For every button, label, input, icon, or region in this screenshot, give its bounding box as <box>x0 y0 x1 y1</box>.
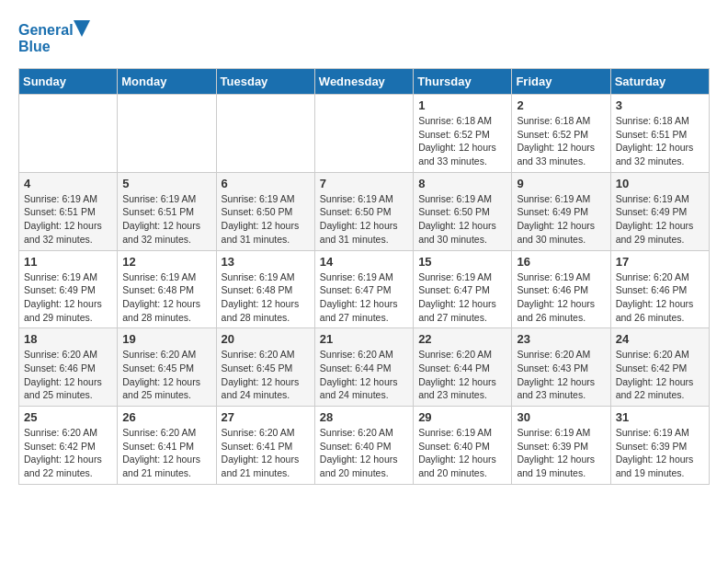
day-number: 18 <box>24 332 112 346</box>
day-info: Sunrise: 6:19 AMSunset: 6:51 PMDaylight:… <box>24 192 112 247</box>
day-header-monday: Monday <box>118 69 216 95</box>
day-header-thursday: Thursday <box>414 69 512 95</box>
day-info: Sunrise: 6:20 AMSunset: 6:46 PMDaylight:… <box>24 348 112 402</box>
calendar-cell: 27Sunrise: 6:20 AMSunset: 6:41 PMDayligh… <box>216 407 314 485</box>
day-info: Sunrise: 6:19 AMSunset: 6:47 PMDaylight:… <box>418 270 506 325</box>
calendar-cell <box>216 95 314 173</box>
day-number: 22 <box>418 332 506 346</box>
calendar-cell: 28Sunrise: 6:20 AMSunset: 6:40 PMDayligh… <box>314 407 413 485</box>
calendar-cell: 10Sunrise: 6:19 AMSunset: 6:49 PMDayligh… <box>610 172 709 250</box>
day-info: Sunrise: 6:20 AMSunset: 6:43 PMDaylight:… <box>517 348 605 402</box>
day-info: Sunrise: 6:20 AMSunset: 6:42 PMDaylight:… <box>24 426 112 480</box>
day-number: 27 <box>222 410 310 424</box>
day-info: Sunrise: 6:20 AMSunset: 6:45 PMDaylight:… <box>222 348 310 402</box>
day-info: Sunrise: 6:19 AMSunset: 6:49 PMDaylight:… <box>24 270 112 325</box>
day-info: Sunrise: 6:20 AMSunset: 6:44 PMDaylight:… <box>320 348 408 402</box>
day-info: Sunrise: 6:20 AMSunset: 6:46 PMDaylight:… <box>616 270 704 325</box>
calendar-cell <box>118 95 216 173</box>
day-info: Sunrise: 6:19 AMSunset: 6:48 PMDaylight:… <box>222 270 310 325</box>
day-number: 30 <box>517 410 605 424</box>
calendar-cell: 30Sunrise: 6:19 AMSunset: 6:39 PMDayligh… <box>512 407 610 485</box>
calendar-cell: 5Sunrise: 6:19 AMSunset: 6:51 PMDaylight… <box>118 172 216 250</box>
calendar-cell: 18Sunrise: 6:20 AMSunset: 6:46 PMDayligh… <box>19 328 118 407</box>
calendar-cell: 25Sunrise: 6:20 AMSunset: 6:42 PMDayligh… <box>19 407 118 485</box>
day-number: 11 <box>24 255 112 269</box>
day-info: Sunrise: 6:19 AMSunset: 6:51 PMDaylight:… <box>122 192 210 247</box>
calendar-cell: 13Sunrise: 6:19 AMSunset: 6:48 PMDayligh… <box>216 250 314 328</box>
day-number: 19 <box>122 332 210 346</box>
calendar-table: SundayMondayTuesdayWednesdayThursdayFrid… <box>18 68 710 485</box>
day-info: Sunrise: 6:18 AMSunset: 6:52 PMDaylight:… <box>517 114 605 168</box>
day-info: Sunrise: 6:19 AMSunset: 6:49 PMDaylight:… <box>616 192 704 247</box>
day-number: 12 <box>122 255 210 269</box>
day-info: Sunrise: 6:19 AMSunset: 6:40 PMDaylight:… <box>418 426 506 480</box>
day-number: 25 <box>24 410 112 424</box>
calendar-cell: 15Sunrise: 6:19 AMSunset: 6:47 PMDayligh… <box>414 250 512 328</box>
day-info: Sunrise: 6:20 AMSunset: 6:45 PMDaylight:… <box>122 348 210 402</box>
svg-text:General: General <box>18 22 74 38</box>
calendar-cell: 26Sunrise: 6:20 AMSunset: 6:41 PMDayligh… <box>118 407 216 485</box>
calendar-week-4: 18Sunrise: 6:20 AMSunset: 6:46 PMDayligh… <box>19 328 710 407</box>
svg-marker-2 <box>74 20 90 37</box>
day-info: Sunrise: 6:19 AMSunset: 6:50 PMDaylight:… <box>418 192 506 247</box>
day-number: 21 <box>320 332 408 346</box>
day-info: Sunrise: 6:20 AMSunset: 6:41 PMDaylight:… <box>122 426 210 480</box>
day-number: 29 <box>418 410 506 424</box>
day-number: 23 <box>517 332 605 346</box>
day-info: Sunrise: 6:18 AMSunset: 6:51 PMDaylight:… <box>616 114 704 168</box>
day-number: 8 <box>418 177 506 190</box>
day-header-tuesday: Tuesday <box>216 69 314 95</box>
calendar-cell: 7Sunrise: 6:19 AMSunset: 6:50 PMDaylight… <box>314 172 413 250</box>
calendar-cell: 23Sunrise: 6:20 AMSunset: 6:43 PMDayligh… <box>512 328 610 407</box>
day-info: Sunrise: 6:19 AMSunset: 6:47 PMDaylight:… <box>320 270 408 325</box>
calendar-cell: 24Sunrise: 6:20 AMSunset: 6:42 PMDayligh… <box>610 328 709 407</box>
day-info: Sunrise: 6:20 AMSunset: 6:40 PMDaylight:… <box>320 426 408 480</box>
calendar-cell: 3Sunrise: 6:18 AMSunset: 6:51 PMDaylight… <box>610 95 709 173</box>
calendar-cell: 12Sunrise: 6:19 AMSunset: 6:48 PMDayligh… <box>118 250 216 328</box>
day-info: Sunrise: 6:19 AMSunset: 6:46 PMDaylight:… <box>517 270 605 325</box>
calendar-cell: 20Sunrise: 6:20 AMSunset: 6:45 PMDayligh… <box>216 328 314 407</box>
day-info: Sunrise: 6:20 AMSunset: 6:44 PMDaylight:… <box>418 348 506 402</box>
day-number: 28 <box>320 410 408 424</box>
day-info: Sunrise: 6:19 AMSunset: 6:48 PMDaylight:… <box>122 270 210 325</box>
day-number: 4 <box>24 177 112 190</box>
calendar-cell <box>19 95 118 173</box>
day-header-saturday: Saturday <box>610 69 709 95</box>
day-header-friday: Friday <box>512 69 610 95</box>
day-number: 2 <box>517 98 605 112</box>
logo-icon: GeneralBlue <box>18 18 92 59</box>
day-number: 7 <box>320 177 408 190</box>
calendar-week-3: 11Sunrise: 6:19 AMSunset: 6:49 PMDayligh… <box>19 250 710 328</box>
calendar-cell: 21Sunrise: 6:20 AMSunset: 6:44 PMDayligh… <box>314 328 413 407</box>
day-info: Sunrise: 6:19 AMSunset: 6:39 PMDaylight:… <box>517 426 605 480</box>
calendar-week-5: 25Sunrise: 6:20 AMSunset: 6:42 PMDayligh… <box>19 407 710 485</box>
day-info: Sunrise: 6:20 AMSunset: 6:41 PMDaylight:… <box>222 426 310 480</box>
day-number: 26 <box>122 410 210 424</box>
day-number: 1 <box>418 98 506 112</box>
day-number: 6 <box>222 177 310 190</box>
day-info: Sunrise: 6:19 AMSunset: 6:50 PMDaylight:… <box>222 192 310 247</box>
calendar-cell: 17Sunrise: 6:20 AMSunset: 6:46 PMDayligh… <box>610 250 709 328</box>
svg-text:Blue: Blue <box>18 39 51 54</box>
calendar-week-2: 4Sunrise: 6:19 AMSunset: 6:51 PMDaylight… <box>19 172 710 250</box>
day-number: 5 <box>122 177 210 190</box>
calendar-cell: 1Sunrise: 6:18 AMSunset: 6:52 PMDaylight… <box>414 95 512 173</box>
day-info: Sunrise: 6:19 AMSunset: 6:50 PMDaylight:… <box>320 192 408 247</box>
day-info: Sunrise: 6:19 AMSunset: 6:49 PMDaylight:… <box>517 192 605 247</box>
day-info: Sunrise: 6:20 AMSunset: 6:42 PMDaylight:… <box>616 348 704 402</box>
calendar-cell: 2Sunrise: 6:18 AMSunset: 6:52 PMDaylight… <box>512 95 610 173</box>
calendar-cell: 11Sunrise: 6:19 AMSunset: 6:49 PMDayligh… <box>19 250 118 328</box>
calendar-header-row: SundayMondayTuesdayWednesdayThursdayFrid… <box>19 69 710 95</box>
calendar-cell: 31Sunrise: 6:19 AMSunset: 6:39 PMDayligh… <box>610 407 709 485</box>
calendar-cell: 19Sunrise: 6:20 AMSunset: 6:45 PMDayligh… <box>118 328 216 407</box>
day-info: Sunrise: 6:18 AMSunset: 6:52 PMDaylight:… <box>418 114 506 168</box>
day-number: 20 <box>222 332 310 346</box>
calendar-cell: 4Sunrise: 6:19 AMSunset: 6:51 PMDaylight… <box>19 172 118 250</box>
day-number: 9 <box>517 177 605 190</box>
calendar-cell: 29Sunrise: 6:19 AMSunset: 6:40 PMDayligh… <box>414 407 512 485</box>
day-info: Sunrise: 6:19 AMSunset: 6:39 PMDaylight:… <box>616 426 704 480</box>
day-number: 31 <box>616 410 704 424</box>
calendar-week-1: 1Sunrise: 6:18 AMSunset: 6:52 PMDaylight… <box>19 95 710 173</box>
day-number: 16 <box>517 255 605 269</box>
day-number: 3 <box>616 98 704 112</box>
